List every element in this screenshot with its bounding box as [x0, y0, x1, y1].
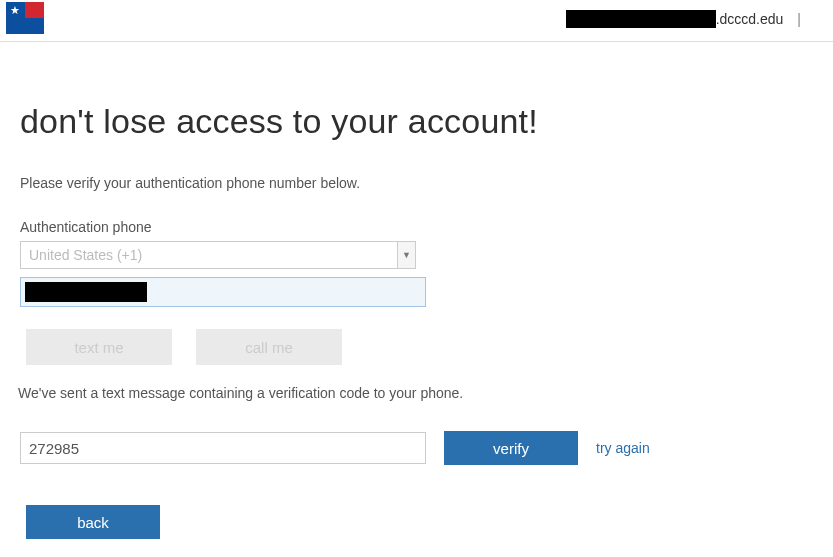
try-again-link[interactable]: try again	[596, 440, 650, 456]
chevron-down-icon: ▼	[397, 242, 415, 268]
call-me-button[interactable]: call me	[196, 329, 342, 365]
sent-confirmation-text: We've sent a text message containing a v…	[18, 385, 813, 401]
auth-phone-label: Authentication phone	[20, 219, 813, 235]
page-header: ★ .dcccd.edu |	[0, 0, 833, 42]
header-divider: |	[797, 11, 801, 27]
country-code-select[interactable]: United States (+1) ▼	[20, 241, 416, 269]
org-logo: ★	[6, 2, 44, 34]
instruction-text: Please verify your authentication phone …	[20, 175, 813, 191]
phone-value-redacted	[25, 282, 147, 302]
verify-button[interactable]: verify	[444, 431, 578, 465]
country-select-value: United States (+1)	[21, 247, 397, 263]
star-icon: ★	[10, 4, 20, 17]
user-email-redacted	[566, 10, 716, 28]
main-content: don't lose access to your account! Pleas…	[0, 42, 833, 539]
back-button[interactable]: back	[26, 505, 160, 539]
phone-number-input[interactable]	[20, 277, 426, 307]
contact-method-row: text me call me	[26, 329, 813, 365]
verify-row: verify try again	[20, 431, 813, 465]
user-info: .dcccd.edu |	[566, 0, 815, 28]
text-me-button[interactable]: text me	[26, 329, 172, 365]
page-title: don't lose access to your account!	[20, 102, 813, 141]
verification-code-input[interactable]	[20, 432, 426, 464]
user-domain-suffix: .dcccd.edu	[716, 11, 784, 27]
